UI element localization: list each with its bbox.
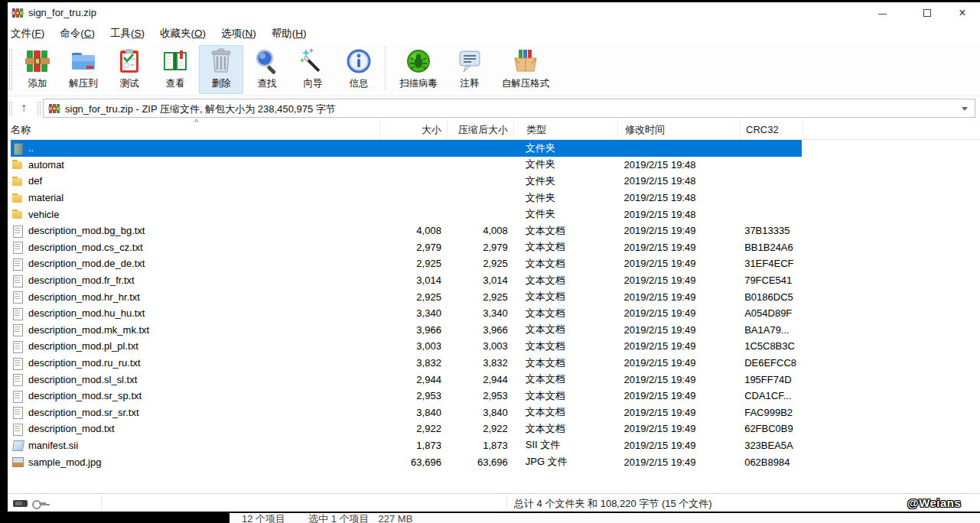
file-name: material [28,192,63,203]
column-header-type[interactable]: 类型 [514,120,618,139]
folder-up-icon [11,142,24,154]
column-header-modified[interactable]: 修改时间 [618,120,741,139]
file-row[interactable]: description_mod.cs_cz.txt 2,979 2,979 文本… [11,239,802,256]
file-row[interactable]: automat 文件夹 2019/2/15 19:48 [11,157,802,174]
wizard-button[interactable]: 向导 [291,45,335,94]
delete-button[interactable]: 删除 [199,45,243,94]
menu-favorites[interactable]: 收藏夹(O) [160,27,206,41]
comment-button[interactable]: 注释 [449,45,490,94]
file-row[interactable]: description_mod.bg_bg.txt 4,008 4,008 文本… [11,223,802,239]
chevron-down-icon[interactable] [962,107,968,111]
file-row[interactable]: description_mod.txt 2,922 2,922 文本文档 201… [11,421,802,437]
menu-tools[interactable]: 工具(S) [110,27,145,41]
addressbar-gripper[interactable] [9,102,12,115]
explorer-selection-count: 选中 1 个项目 [308,513,369,523]
file-row[interactable]: description_mod.ru_ru.txt 3,832 3,832 文本… [11,355,802,372]
file-type: 文本文档 [513,223,617,239]
file-crc32 [739,173,802,190]
file-row[interactable]: description_mod.de_de.txt 2,925 2,925 文本… [11,255,802,272]
menu-options[interactable]: 选项(N) [221,27,256,41]
add-button[interactable]: 添加 [15,45,60,94]
menu-file[interactable]: 文件(F) [11,27,44,41]
up-directory-button[interactable]: ↑ [14,98,34,118]
minimize-button[interactable] [866,2,898,24]
file-row[interactable]: sample_mod.jpg 63,696 63,696 JPG 文件 2019… [11,453,802,470]
addressbar-gripper[interactable] [37,102,41,115]
desktop-background: { "window": { "title": "sign_for_tru.zip… [0,0,980,523]
disk-icon [13,500,28,507]
file-crc32: 1C5C8B3C [739,338,802,355]
file-crc32: 79FCE541 [739,272,802,289]
file-row[interactable]: description_mod.sr_sr.txt 3,840 3,840 文本… [11,404,802,421]
sfx-button[interactable]: 自解压格式 [492,45,559,94]
txt-icon [11,340,24,352]
file-packed-size: 3,966 [447,322,513,339]
close-button[interactable]: × [946,2,978,24]
watermark: @Weians [907,496,961,509]
file-type: SII 文件 [513,437,617,454]
comment-icon [456,47,483,75]
archive-path-combobox[interactable]: sign_for_tru.zip - ZIP 压缩文件, 解包大小为 238,4… [43,99,975,118]
txt-icon [11,307,24,320]
file-modified: 2019/2/15 19:49 [617,255,739,272]
address-bar: ↑ sign_for_tru.zip - ZIP 压缩文件, 解包大小为 238… [8,96,980,120]
file-size [379,173,447,190]
menu-bar: 文件(F) 命令(C) 工具(S) 收藏夹(O) 选项(N) 帮助(H) [8,24,980,43]
virus-scan-button[interactable]: 扫描病毒 [389,45,448,94]
virus-scan-icon [405,47,432,75]
file-row[interactable]: description_mod.fr_fr.txt 3,014 3,014 文本… [11,272,802,289]
column-header-packed-size[interactable]: 压缩后大小 [448,120,514,139]
test-button[interactable]: 测试 [107,45,151,94]
file-packed-size: 3,832 [447,355,513,372]
menu-commands[interactable]: 命令(C) [60,27,95,41]
file-modified: 2019/2/15 19:49 [617,322,739,339]
file-packed-size: 2,925 [447,288,513,305]
file-row[interactable]: def 文件夹 2019/2/15 19:48 [11,173,802,190]
file-row[interactable]: description_mod.mk_mk.txt 3,966 3,966 文本… [11,322,802,339]
file-row[interactable]: .. 文件夹 [11,140,802,157]
file-name: description_mod.ru_ru.txt [28,357,141,369]
sii-icon [11,439,24,451]
column-header-name[interactable]: 名称 ^ [11,120,380,139]
file-name: .. [28,142,34,154]
file-type: JPG 文件 [513,453,617,470]
file-type: 文本文档 [513,288,617,305]
add-archive-icon [24,47,51,75]
file-row[interactable]: description_mod.pl_pl.txt 3,003 3,003 文本… [11,338,802,355]
txt-icon [11,323,24,336]
status-bar: 总计 4 个文件夹 和 108,220 字节 (15 个文件) [8,493,980,512]
extract-to-button[interactable]: 解压到 [61,45,106,94]
file-crc32: 062B8984 [739,453,802,470]
file-modified: 2019/2/15 19:48 [617,157,739,174]
column-header-size[interactable]: 大小 [380,120,448,139]
file-row[interactable]: manifest.sii 1,873 1,873 SII 文件 2019/2/1… [11,437,802,454]
maximize-button[interactable] [911,2,943,24]
file-type: 文本文档 [513,404,617,421]
file-packed-size: 2,922 [447,421,513,437]
toolbar-gripper[interactable] [9,49,12,90]
winrar-window: sign_for_tru.zip × 文件(F) 命令(C) 工具(S) 收藏夹… [8,2,980,512]
column-header-crc32[interactable]: CRC32 [741,120,803,139]
file-crc32: 37B13335 [739,223,802,239]
file-row[interactable]: description_mod.hr_hr.txt 2,925 2,925 文本… [11,288,802,305]
file-row[interactable]: description_mod.sl_sl.txt 2,944 2,944 文本… [11,371,802,388]
file-row[interactable]: material 文件夹 2019/2/15 19:48 [11,190,802,206]
view-button[interactable]: 查看 [153,45,197,94]
toolbar-label: 查看 [166,77,185,90]
file-row[interactable]: description_mod.sr_sp.txt 2,953 2,953 文本… [11,388,802,404]
file-type: 文件夹 [513,173,617,190]
txt-icon [11,390,24,402]
file-size: 2,925 [379,288,447,305]
file-row[interactable]: vehicle 文件夹 2019/2/15 19:48 [11,206,802,223]
menu-help[interactable]: 帮助(H) [272,27,307,41]
find-button[interactable]: 查找 [245,45,289,94]
toolbar-label: 测试 [120,77,139,90]
file-modified: 2019/2/15 19:49 [617,305,739,322]
file-type: 文本文档 [513,255,617,272]
file-size: 3,340 [379,305,447,322]
file-row[interactable]: description_mod.hu_hu.txt 3,340 3,340 文本… [11,305,802,322]
file-crc32: B0186DC5 [739,288,802,305]
info-button[interactable]: 信息 [337,45,381,94]
sort-ascending-icon: ^ [194,118,198,127]
winrar-file-icon [48,102,60,115]
